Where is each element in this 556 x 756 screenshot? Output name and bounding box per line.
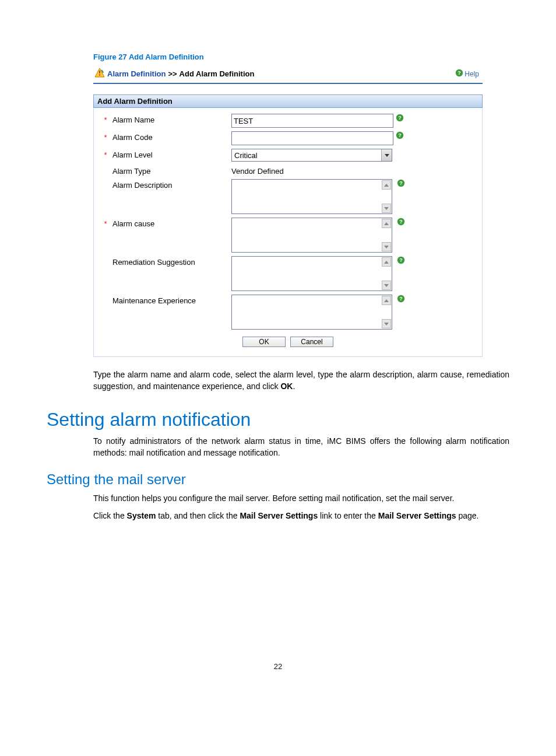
svg-text:?: ? — [398, 132, 402, 138]
field-help-icon[interactable]: ? — [397, 295, 405, 303]
help-link[interactable]: ? Help — [455, 69, 479, 79]
ok-button[interactable]: OK — [242, 337, 286, 347]
label-remediation-suggestion: Remediation Suggestion — [112, 258, 195, 267]
breadcrumb-current: Add Alarm Definition — [180, 69, 255, 78]
scroll-up-icon[interactable] — [382, 180, 391, 190]
scroll-up-icon[interactable] — [382, 219, 391, 228]
scroll-down-icon[interactable] — [382, 204, 391, 213]
paragraph: This function helps you configure the ma… — [93, 492, 509, 504]
svg-text:?: ? — [399, 180, 403, 186]
form-body: *Alarm Name ? *Alarm Code ? *Alarm Level… — [93, 108, 483, 357]
field-help-icon[interactable]: ? — [397, 218, 405, 226]
field-help-icon[interactable]: ? — [396, 131, 404, 139]
label-alarm-description: Alarm Description — [112, 181, 173, 190]
breadcrumb-link-alarm-definition[interactable]: Alarm Definition — [107, 69, 166, 78]
svg-text:?: ? — [458, 70, 462, 76]
figure-caption: Figure 27 Add Alarm Definition — [93, 52, 509, 61]
alarm-level-value: Critical — [232, 151, 381, 160]
heading-setting-mail-server: Setting the mail server — [47, 471, 509, 488]
section-header: Add Alarm Definition — [93, 94, 483, 108]
label-alarm-level: Alarm Level — [112, 150, 153, 159]
paragraph: Click the System tab, and then click the… — [93, 510, 509, 522]
svg-text:?: ? — [399, 296, 403, 302]
scroll-up-icon[interactable] — [382, 296, 391, 305]
label-alarm-code: Alarm Code — [112, 133, 153, 142]
field-help-icon[interactable]: ? — [397, 256, 405, 264]
alarm-level-select[interactable]: Critical — [231, 149, 392, 162]
cancel-button[interactable]: Cancel — [290, 337, 333, 347]
help-icon: ? — [455, 69, 463, 79]
alarm-code-input[interactable] — [231, 131, 393, 145]
chevron-down-icon — [381, 149, 392, 161]
paragraph: Type the alarm name and alarm code, sele… — [93, 369, 509, 393]
svg-text:?: ? — [399, 219, 403, 225]
maintenance-textarea[interactable] — [231, 295, 392, 330]
scroll-down-icon[interactable] — [382, 242, 391, 251]
svg-rect-1 — [99, 71, 100, 74]
remediation-textarea[interactable] — [231, 256, 392, 291]
label-alarm-cause: Alarm cause — [112, 219, 154, 228]
alarm-cause-textarea[interactable] — [231, 218, 392, 253]
alarm-description-textarea[interactable] — [231, 179, 392, 214]
label-alarm-name: Alarm Name — [112, 116, 154, 124]
page-number: 22 — [47, 662, 509, 671]
alarm-name-input[interactable] — [231, 114, 393, 128]
field-help-icon[interactable]: ? — [396, 114, 404, 122]
alarm-type-value: Vendor Defined — [231, 165, 284, 176]
help-link-text: Help — [464, 70, 479, 78]
alarm-icon — [94, 68, 105, 80]
label-alarm-type: Alarm Type — [112, 167, 151, 176]
breadcrumb: Alarm Definition >> Add Alarm Definition… — [93, 66, 483, 84]
scroll-down-icon[interactable] — [382, 319, 391, 328]
scroll-up-icon[interactable] — [382, 257, 391, 267]
svg-rect-2 — [99, 75, 100, 76]
scroll-down-icon[interactable] — [382, 281, 391, 290]
svg-text:?: ? — [398, 115, 402, 121]
field-help-icon[interactable]: ? — [397, 179, 405, 187]
heading-setting-alarm-notification: Setting alarm notification — [47, 409, 509, 430]
svg-text:?: ? — [399, 257, 403, 263]
breadcrumb-separator: >> — [168, 69, 177, 78]
label-maintenance-experience: Maintenance Experience — [112, 296, 196, 305]
paragraph: To notify administrators of the network … — [93, 435, 509, 459]
